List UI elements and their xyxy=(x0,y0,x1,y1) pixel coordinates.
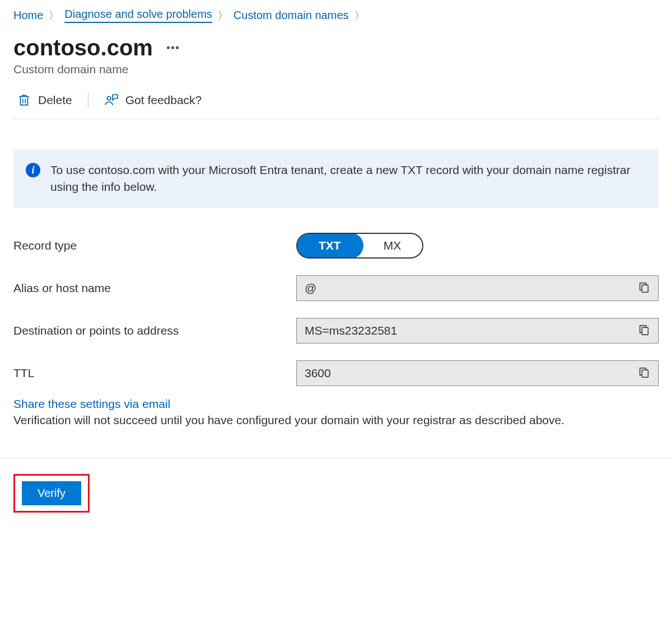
record-type-txt[interactable]: TXT xyxy=(297,234,362,257)
row-alias: Alias or host name @ xyxy=(13,275,659,301)
person-feedback-icon xyxy=(104,93,119,107)
ttl-field: 3600 xyxy=(296,360,659,386)
verify-button[interactable]: Verify xyxy=(22,481,81,505)
breadcrumb-custom-domains[interactable]: Custom domain names xyxy=(234,9,349,22)
svg-rect-2 xyxy=(642,328,648,335)
row-ttl: TTL 3600 xyxy=(13,360,659,386)
svg-rect-3 xyxy=(642,370,648,378)
record-type-label: Record type xyxy=(13,239,296,252)
page-title: contoso.com xyxy=(13,35,153,60)
row-record-type: Record type TXT MX xyxy=(13,233,659,259)
breadcrumb: Home 〉 Diagnose and solve problems 〉 Cus… xyxy=(13,8,659,23)
more-icon[interactable]: ••• xyxy=(166,41,180,54)
trash-icon xyxy=(17,93,31,107)
delete-button[interactable]: Delete xyxy=(13,91,76,110)
info-banner: i To use contoso.com with your Microsoft… xyxy=(13,149,659,208)
info-text: To use contoso.com with your Microsoft E… xyxy=(50,162,642,196)
copy-icon xyxy=(638,366,650,378)
breadcrumb-diagnose[interactable]: Diagnose and solve problems xyxy=(64,8,212,23)
row-destination: Destination or points to address MS=ms23… xyxy=(13,318,659,344)
share-settings-link[interactable]: Share these settings via email xyxy=(13,397,170,411)
copy-icon xyxy=(638,281,650,293)
verification-help-text: Verification will not succeed until you … xyxy=(13,412,601,429)
breadcrumb-home[interactable]: Home xyxy=(13,9,43,22)
feedback-button[interactable]: Got feedback? xyxy=(101,91,206,110)
footer-separator xyxy=(0,458,672,458)
feedback-label: Got feedback? xyxy=(125,93,202,107)
record-type-mx[interactable]: MX xyxy=(362,234,423,257)
info-icon: i xyxy=(26,163,40,177)
destination-field: MS=ms23232581 xyxy=(296,318,659,344)
svg-point-0 xyxy=(107,97,111,101)
alias-field: @ xyxy=(296,275,659,301)
destination-value: MS=ms23232581 xyxy=(305,324,634,337)
copy-icon xyxy=(638,323,650,336)
copy-destination-button[interactable] xyxy=(634,321,654,340)
svg-rect-1 xyxy=(642,285,648,293)
dns-form: Record type TXT MX Alias or host name @ xyxy=(13,233,659,429)
separator xyxy=(88,92,88,109)
destination-label: Destination or points to address xyxy=(13,324,296,337)
ttl-value: 3600 xyxy=(305,367,634,380)
chevron-right-icon: 〉 xyxy=(354,9,365,22)
verify-highlight: Verify xyxy=(13,474,90,513)
copy-ttl-button[interactable] xyxy=(634,364,654,382)
page-subtitle: Custom domain name xyxy=(13,63,659,76)
footer-bar: Verify xyxy=(13,474,659,513)
ttl-label: TTL xyxy=(13,367,296,380)
record-type-toggle: TXT MX xyxy=(296,233,423,259)
delete-label: Delete xyxy=(38,93,72,107)
alias-label: Alias or host name xyxy=(13,281,296,295)
command-bar: Delete Got feedback? xyxy=(13,91,659,119)
chevron-right-icon: 〉 xyxy=(49,9,59,22)
copy-alias-button[interactable] xyxy=(634,279,654,297)
chevron-right-icon: 〉 xyxy=(218,9,228,22)
alias-value: @ xyxy=(305,281,634,295)
